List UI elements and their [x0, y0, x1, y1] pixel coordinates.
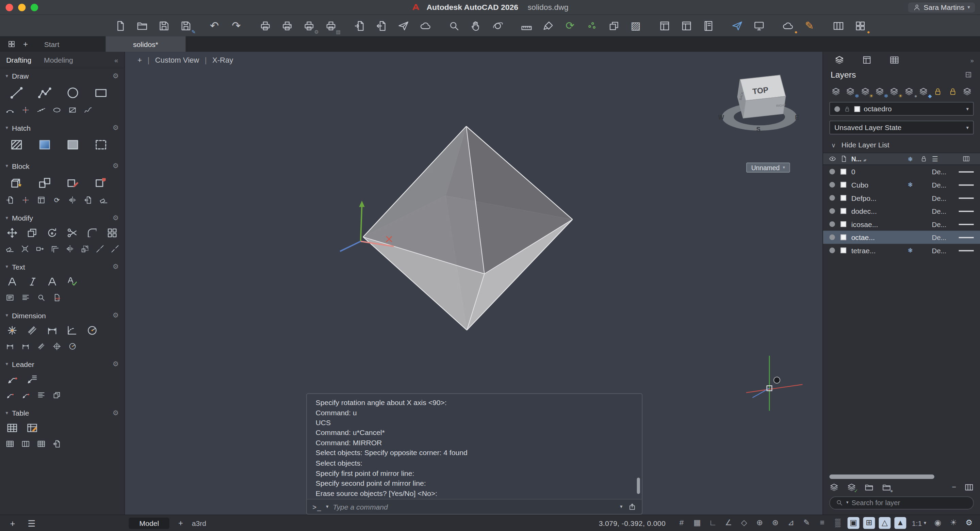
- purge-block-icon[interactable]: [97, 194, 111, 206]
- visual-style-button[interactable]: X-Ray: [212, 56, 233, 64]
- edit-block-icon[interactable]: [59, 172, 86, 193]
- command-scrollbar[interactable]: [637, 399, 640, 497]
- dynamic-ucs-icon[interactable]: ⊿: [785, 517, 797, 529]
- tool-palettes-icon[interactable]: [678, 18, 695, 33]
- ellipse-icon[interactable]: [50, 104, 64, 116]
- sync-attributes-icon[interactable]: ⟳: [50, 194, 64, 206]
- layout-viewports-icon[interactable]: [830, 18, 846, 33]
- spline-icon[interactable]: [81, 104, 95, 116]
- freeze-layer-icon[interactable]: ❄: [873, 86, 886, 97]
- viewcube-west[interactable]: W: [718, 114, 724, 121]
- baseline-dimension-icon[interactable]: [19, 340, 32, 352]
- layer-linetype-swatch[interactable]: [959, 236, 974, 238]
- command-input[interactable]: [333, 503, 616, 510]
- view-label-button[interactable]: Custom View: [155, 56, 199, 64]
- section-header-block[interactable]: ▾Block⚙: [0, 160, 124, 172]
- hatch-edit-icon[interactable]: ▨: [627, 18, 644, 33]
- multiline-text-icon[interactable]: [3, 273, 21, 290]
- redo-icon[interactable]: ↷: [228, 18, 244, 33]
- construction-line-icon[interactable]: [34, 104, 48, 116]
- collect-leaders-icon[interactable]: [50, 389, 64, 401]
- layer-lineweight[interactable]: De...: [932, 233, 955, 241]
- scale-icon[interactable]: [78, 243, 92, 255]
- layer-status-dot[interactable]: [829, 234, 835, 240]
- text-style-icon[interactable]: [43, 273, 61, 290]
- layer-color-swatch[interactable]: [840, 247, 846, 253]
- line-icon[interactable]: [3, 82, 29, 102]
- layer-status-dot[interactable]: [829, 221, 835, 227]
- selection-cycling-icon[interactable]: ▣: [848, 517, 859, 529]
- polyline-icon[interactable]: [31, 82, 57, 102]
- undo-icon[interactable]: ↶: [206, 18, 223, 33]
- settings-icon[interactable]: ⚙: [963, 517, 975, 529]
- layer-lineweight[interactable]: De...: [932, 220, 955, 228]
- share-view-icon[interactable]: [417, 18, 433, 33]
- ordinate-dimension-icon[interactable]: [3, 340, 17, 352]
- dynamic-input-icon[interactable]: ✎: [801, 517, 813, 529]
- point-icon[interactable]: [19, 104, 32, 116]
- layer-color-swatch[interactable]: [840, 208, 846, 214]
- break-icon[interactable]: [108, 243, 121, 255]
- gear-icon[interactable]: ⚙: [113, 124, 119, 132]
- layer-row[interactable]: dodec...De...: [823, 204, 980, 218]
- new-layer-icon[interactable]: [829, 86, 843, 97]
- layer-name[interactable]: Defpo...: [851, 194, 902, 201]
- layer-lineweight[interactable]: De...: [932, 247, 955, 254]
- section-header-draw[interactable]: ▾Draw⚙: [0, 70, 124, 82]
- columns-settings-icon[interactable]: [963, 155, 970, 163]
- layer-row[interactable]: 0De...: [823, 165, 980, 179]
- viewport[interactable]: + | Custom View | X-Ray: [125, 52, 822, 514]
- render-icon[interactable]: [751, 18, 767, 33]
- layer-linetype-swatch[interactable]: [959, 184, 974, 185]
- layer-freeze-icon[interactable]: ❄: [905, 247, 915, 254]
- layer-lineweight[interactable]: De...: [932, 207, 955, 215]
- section-header-text[interactable]: ▾Text⚙: [0, 261, 124, 273]
- transparency-display-icon[interactable]: ▒: [832, 517, 844, 529]
- viewcube-right-face[interactable]: RIGHT: [776, 104, 786, 108]
- move-icon[interactable]: [3, 224, 21, 241]
- array-icon[interactable]: [103, 224, 121, 241]
- batch-plot-icon[interactable]: ▤: [323, 18, 339, 33]
- remove-leader-icon[interactable]: [19, 389, 32, 401]
- rotate-icon[interactable]: [43, 224, 61, 241]
- annotation-visibility-icon[interactable]: △: [878, 517, 891, 529]
- layer-name[interactable]: dodec...: [851, 207, 902, 215]
- gradient-icon[interactable]: [31, 134, 57, 155]
- import-icon[interactable]: [351, 18, 368, 33]
- block-editor-icon[interactable]: [34, 194, 48, 206]
- linear-dimension-icon[interactable]: [43, 322, 61, 339]
- tab-reference-icon[interactable]: [889, 55, 899, 65]
- solid-fill-icon[interactable]: [59, 134, 86, 155]
- layer-state-dropdown[interactable]: Unsaved Layer State ▾: [829, 121, 974, 134]
- column-options-icon[interactable]: [964, 482, 974, 492]
- layer-off-icon[interactable]: ●: [902, 86, 916, 97]
- gizmo-icon[interactable]: ⊞: [863, 517, 875, 529]
- new-tab-button[interactable]: +: [23, 40, 28, 48]
- layer-status-dot[interactable]: [829, 208, 835, 214]
- grid-display-icon[interactable]: #: [675, 517, 687, 529]
- layer-name[interactable]: octae...: [851, 233, 902, 241]
- more-palettes-button[interactable]: »: [970, 56, 974, 63]
- layer-linetype-swatch[interactable]: [959, 197, 974, 198]
- layer-row[interactable]: icosae...De...: [823, 217, 980, 231]
- command-anchor-icon[interactable]: [628, 503, 636, 511]
- name-column-header[interactable]: N...▴▾: [851, 155, 902, 163]
- open-icon[interactable]: [134, 18, 150, 33]
- palette-anchor-icon[interactable]: [964, 71, 972, 79]
- save-as-icon[interactable]: ✎: [178, 18, 194, 33]
- layer-row[interactable]: Defpo...De...: [823, 191, 980, 204]
- circle-icon[interactable]: [59, 82, 86, 102]
- autoscale-icon[interactable]: ▲: [894, 517, 906, 529]
- table-icon[interactable]: [3, 419, 21, 436]
- hatch-boundary-icon[interactable]: [88, 134, 114, 155]
- properties-palette-icon[interactable]: [656, 18, 673, 33]
- lineweight-display-icon[interactable]: ≡: [816, 517, 828, 529]
- export-table-icon[interactable]: [50, 438, 64, 450]
- tab-drafting[interactable]: Drafting: [6, 56, 31, 63]
- pdf-import-icon[interactable]: PDF: [50, 291, 64, 304]
- export-icon[interactable]: [373, 18, 390, 33]
- new-file-icon[interactable]: [112, 18, 128, 33]
- thaw-all-layers-icon[interactable]: ☀: [859, 86, 872, 97]
- current-layer-dropdown[interactable]: octaedro ▾: [829, 102, 974, 115]
- dimension-icon[interactable]: [3, 322, 21, 339]
